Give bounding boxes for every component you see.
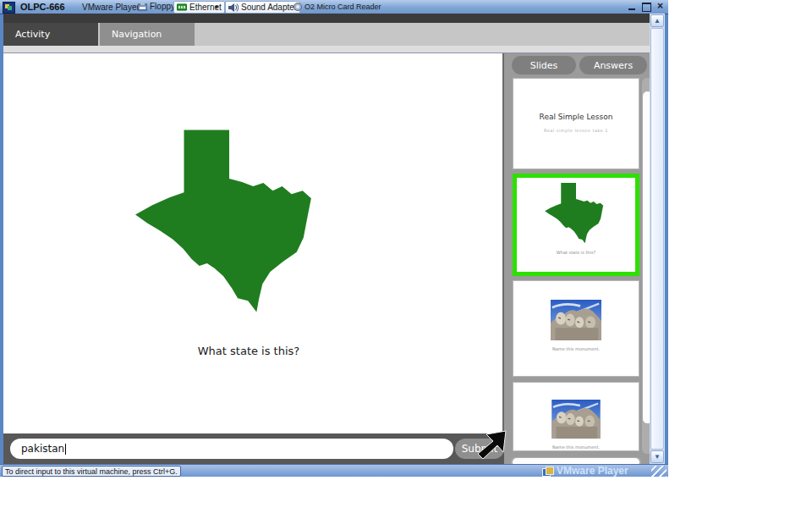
vmware-window: OLPC-666 VMware Player ▾ Floppy Ethernet… xyxy=(0,0,668,477)
window-title: OLPC-666 xyxy=(20,2,65,12)
question-text: What state is this? xyxy=(71,345,426,357)
text-caret xyxy=(65,444,66,455)
status-hint: To direct input to this virtual machine,… xyxy=(2,466,181,477)
tab-navigation[interactable]: Navigation xyxy=(100,23,195,46)
tab-activity[interactable]: Activity xyxy=(3,23,98,46)
resize-grip[interactable] xyxy=(651,466,667,477)
arrow-up-icon: ▲ xyxy=(654,17,661,25)
minimize-button[interactable] xyxy=(627,2,638,12)
texas-map xyxy=(135,130,323,314)
floppy-label: Floppy xyxy=(150,2,175,11)
card-reader-label: O2 Micro Card Reader xyxy=(304,3,381,11)
close-button[interactable]: × xyxy=(655,2,666,12)
ethernet-caret-icon[interactable]: ▾ xyxy=(215,3,218,11)
screenshot-canvas: OLPC-666 VMware Player ▾ Floppy Ethernet… xyxy=(0,0,812,508)
activity-tab-bar: Activity Navigation xyxy=(3,23,650,46)
scroll-thumb[interactable] xyxy=(513,458,639,464)
thumbnail-caption: Name this monument. xyxy=(513,444,639,450)
slide-thumbnail-rushmore-1[interactable]: Name this monument. xyxy=(513,280,639,377)
sound-adapter-icon xyxy=(228,3,239,12)
ethernet-icon xyxy=(177,3,187,11)
slide-thumbnail-title[interactable]: Real Simple Lesson Real simple lesson ta… xyxy=(513,78,639,169)
thumbnail-caption: Name this monument. xyxy=(513,346,639,351)
top-strip xyxy=(3,14,650,23)
arrow-down-icon: ▼ xyxy=(654,453,661,461)
thumbnail-caption: What state is this? xyxy=(517,250,635,255)
thumbnail-title: Real Simple Lesson xyxy=(513,113,639,121)
vmware-brand: VMware Player xyxy=(557,465,628,477)
card-reader-icon xyxy=(294,3,302,11)
answer-input[interactable]: pakistan xyxy=(10,439,453,459)
statusbar: To direct input to this virtual machine,… xyxy=(0,464,668,477)
toolbar-item-card-reader[interactable]: O2 Micro Card Reader xyxy=(291,1,384,12)
thumbnail-subtitle: Real simple lesson take 1 xyxy=(513,128,639,133)
rushmore-image xyxy=(551,400,601,439)
slide-thumbnail-rushmore-2[interactable]: Name this monument. xyxy=(513,382,639,451)
slide-panel: What state is this? xyxy=(3,53,504,447)
scroll-up-button[interactable]: ▲ xyxy=(650,14,664,27)
toolbar-item-sound[interactable]: Sound Adapter xyxy=(225,1,300,14)
slide-thumbnail-texas-selected[interactable]: What state is this? xyxy=(513,174,639,276)
floppy-icon xyxy=(138,3,147,11)
toolbar-item-floppy[interactable]: Floppy xyxy=(135,1,178,12)
scroll-down-button[interactable]: ▼ xyxy=(650,450,664,463)
sidebar-horizontal-scrollbar[interactable] xyxy=(511,457,641,464)
rushmore-image xyxy=(551,300,601,340)
scroll-thumb[interactable] xyxy=(643,91,650,423)
vm-vertical-scrollbar[interactable]: ▲ ▼ xyxy=(650,14,665,464)
sidebar: Slides Answers Real Simple Lesson Real s… xyxy=(508,53,650,464)
app-icon xyxy=(3,2,15,14)
answer-bar: pakistan Submit xyxy=(3,433,504,464)
sidebar-vertical-scrollbar[interactable] xyxy=(642,78,650,454)
vmware-logo-icon xyxy=(542,467,553,476)
tab-slides[interactable]: Slides xyxy=(512,56,576,75)
texas-thumbnail-map xyxy=(545,183,607,244)
scroll-thumb[interactable] xyxy=(650,28,664,450)
guest-display: Activity Navigation What state is this? … xyxy=(3,14,650,464)
sound-adapter-label: Sound Adapter xyxy=(241,3,297,12)
maximize-button[interactable] xyxy=(641,2,652,12)
toolbar-strip xyxy=(3,46,650,53)
window-titlebar[interactable]: OLPC-666 VMware Player ▾ Floppy Ethernet… xyxy=(0,0,668,14)
cursor-arrow-icon xyxy=(474,430,508,462)
answer-input-value: pakistan xyxy=(21,443,64,455)
tab-answers[interactable]: Answers xyxy=(579,56,647,75)
